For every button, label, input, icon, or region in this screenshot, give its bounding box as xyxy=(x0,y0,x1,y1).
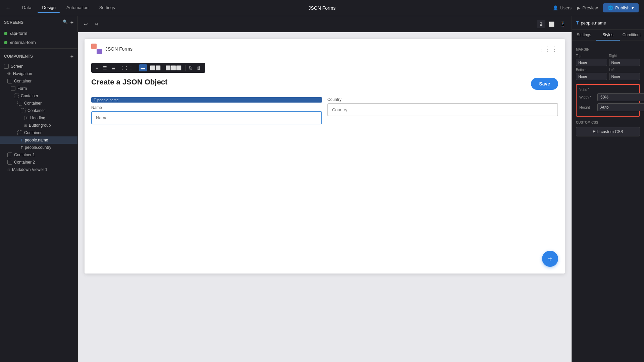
right-panel: T people.name Settings Styles Conditions… xyxy=(572,16,644,362)
tree-label: Form xyxy=(17,86,73,91)
tree-label: Screen xyxy=(11,64,73,69)
screen-item-api-form[interactable]: /api-form xyxy=(0,29,77,38)
tablet-view-button[interactable]: ⬜ xyxy=(547,20,556,28)
country-field-group: Country xyxy=(327,97,558,116)
publish-label: Publish xyxy=(615,5,630,10)
copy-button[interactable]: ⎘ xyxy=(187,64,194,71)
canvas-menu-icon[interactable]: ⋮⋮⋮ xyxy=(538,45,558,53)
add-screen-button[interactable]: + xyxy=(70,19,73,25)
tab-settings[interactable]: Settings xyxy=(95,3,120,13)
tree-label: people.country xyxy=(25,145,73,150)
form-icon xyxy=(11,86,15,91)
preview-button[interactable]: ▶ Preview xyxy=(577,5,598,10)
panel-type-icon: T xyxy=(576,20,579,25)
add-component-button[interactable]: + xyxy=(70,53,73,59)
redo-button[interactable]: ↪ xyxy=(93,20,101,28)
name-input[interactable] xyxy=(91,111,322,124)
back-button[interactable]: ← xyxy=(5,5,11,11)
tree-item-form[interactable]: Form xyxy=(0,85,77,92)
panel-header: T people.name xyxy=(572,16,644,30)
tree-label: Navigation xyxy=(13,71,73,76)
panel-content: MARGIN Top None Right None Bottom xyxy=(572,41,644,362)
country-input[interactable] xyxy=(327,103,558,116)
tree-item-screen[interactable]: Screen xyxy=(0,63,77,70)
align-left-button[interactable]: ≡ xyxy=(94,64,100,71)
main-layout: Screens 🔍 + /api-form /internal-form Com… xyxy=(0,16,644,362)
margin-bottom: Bottom None xyxy=(576,68,607,80)
toolbar-separator xyxy=(185,65,185,71)
users-button[interactable]: 👤 Users xyxy=(553,5,572,10)
tab-conditions[interactable]: Conditions xyxy=(620,30,644,41)
form-fields-row: T people.name Name Country xyxy=(91,97,558,124)
search-icon[interactable]: 🔍 xyxy=(63,19,68,25)
save-button[interactable]: Save xyxy=(531,78,558,90)
margin-top-select[interactable]: None xyxy=(576,59,607,66)
markdown-icon: ⊟ xyxy=(7,168,10,172)
tree-label: Container xyxy=(28,108,73,113)
canvas-frame-header: JSON Forms ⋮⋮⋮ xyxy=(85,39,565,59)
margin-bottom-select[interactable]: None xyxy=(576,73,607,80)
layout-half-button[interactable]: ⬜⬜ xyxy=(148,64,162,71)
publish-button[interactable]: 🌐 Publish ▾ xyxy=(603,3,639,12)
preview-icon: ▶ xyxy=(577,5,580,10)
margin-bottom-label: Bottom xyxy=(576,68,607,72)
chevron-down-icon: ▾ xyxy=(632,5,634,10)
tree-item-container-4[interactable]: Container xyxy=(0,107,77,114)
margin-left-select[interactable]: None xyxy=(609,73,640,80)
tree-item-markdown-viewer[interactable]: ⊟ Markdown Viewer 1 xyxy=(0,166,77,173)
width-input[interactable] xyxy=(597,93,644,101)
align-justify-button[interactable]: ⋮⋮⋮ xyxy=(118,64,135,71)
delete-button[interactable]: 🗑 xyxy=(195,64,203,71)
undo-button[interactable]: ↩ xyxy=(82,20,90,28)
canvas-body: Internal-form ≡ ☰ ≣ ⋮⋮⋮ ▬ ⬜⬜ ⬜⬜⬜ ⎘ xyxy=(85,59,565,131)
mobile-view-button[interactable]: 📱 xyxy=(558,20,568,28)
custom-css-title: CUSTOM CSS xyxy=(576,121,640,124)
text-icon: T xyxy=(21,146,23,149)
name-label: Name xyxy=(91,105,322,110)
margin-right-select[interactable]: None xyxy=(609,59,640,66)
panel-tabs: Settings Styles Conditions xyxy=(572,30,644,41)
tree-label: Container xyxy=(24,101,73,106)
screens-section-header: Screens 🔍 + xyxy=(0,16,77,29)
margin-top: Top None xyxy=(576,54,607,66)
tree-item-heading[interactable]: T Heading xyxy=(0,114,77,122)
align-center-button[interactable]: ☰ xyxy=(101,64,109,71)
desktop-view-button[interactable]: 🖥 xyxy=(537,20,545,28)
container-icon xyxy=(7,153,12,157)
tree-item-people-name[interactable]: T people.name xyxy=(0,136,77,144)
canvas-area: ↩ ↪ 🖥 ⬜ 📱 JSON Forms ⋮⋮⋮ xyxy=(78,16,572,362)
tree-item-container-5[interactable]: Container xyxy=(0,129,77,136)
canvas-app-title: JSON Forms xyxy=(105,46,132,52)
tab-automation[interactable]: Automation xyxy=(62,3,93,13)
container-icon xyxy=(17,101,22,106)
tree-item-container1[interactable]: Container 1 xyxy=(0,151,77,159)
height-input[interactable] xyxy=(597,103,644,111)
tree-item-container-2[interactable]: Container xyxy=(0,92,77,100)
layout-full-button[interactable]: ▬ xyxy=(139,64,147,71)
app-title: JSON Forms xyxy=(309,5,336,11)
tab-design[interactable]: Design xyxy=(37,3,60,13)
custom-css-section: CUSTOM CSS Edit custom CSS xyxy=(576,121,640,136)
screen-status-dot xyxy=(4,41,7,44)
canvas-scroll[interactable]: JSON Forms ⋮⋮⋮ Internal-form ≡ ☰ ≣ ⋮⋮⋮ ▬ xyxy=(78,32,572,362)
tab-settings[interactable]: Settings xyxy=(572,30,596,41)
screen-item-internal-form[interactable]: /internal-form xyxy=(0,38,77,47)
tree-item-container2[interactable]: Container 2 xyxy=(0,159,77,166)
edit-css-button[interactable]: Edit custom CSS xyxy=(576,127,640,136)
top-nav-actions: 👤 Users ▶ Preview 🌐 Publish ▾ xyxy=(553,3,639,12)
tab-data[interactable]: Data xyxy=(17,3,36,13)
tab-styles[interactable]: Styles xyxy=(596,30,620,41)
tree-item-container-3[interactable]: Container xyxy=(0,100,77,107)
fab-button[interactable]: + xyxy=(542,251,558,267)
align-right-button[interactable]: ≣ xyxy=(110,64,117,71)
layout-third-button[interactable]: ⬜⬜⬜ xyxy=(164,64,183,71)
size-section-title: SIZE * xyxy=(579,87,637,91)
tree-item-people-country[interactable]: T people.country xyxy=(0,144,77,151)
tree-item-navigation[interactable]: 👁 Navigation xyxy=(0,70,77,77)
badge-icon: T xyxy=(94,98,96,102)
tree-item-container-1[interactable]: Container xyxy=(0,77,77,85)
publish-icon: 🌐 xyxy=(608,5,613,10)
tree-label: Container xyxy=(14,79,73,83)
tree-label: Container 2 xyxy=(14,160,73,165)
tree-item-buttongroup[interactable]: ⊞ Buttongroup xyxy=(0,122,77,129)
